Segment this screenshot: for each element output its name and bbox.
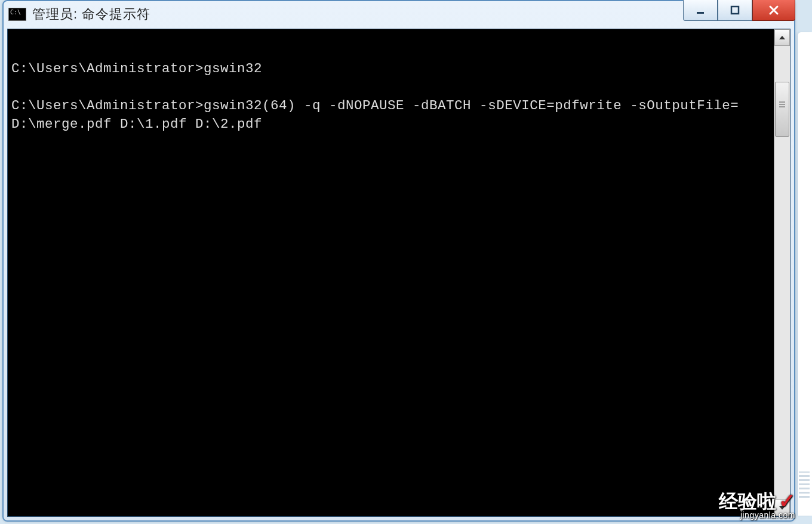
svg-rect-0 (697, 12, 704, 14)
scroll-up-button[interactable] (774, 29, 790, 46)
cmd-app-icon (8, 8, 26, 21)
window-titlebar[interactable]: 管理员: 命令提示符 (4, 1, 794, 27)
watermark-check-icon: ✓ (779, 489, 795, 512)
scrollbar-thumb[interactable] (775, 82, 789, 137)
maximize-button[interactable] (718, 0, 752, 21)
close-button[interactable] (752, 0, 795, 21)
watermark-sub: jingyanla.com (719, 511, 795, 519)
terminal-client-area: C:\Users\Administrator>gswin32 C:\Users\… (7, 29, 791, 517)
background-page-edge (797, 32, 812, 516)
minimize-button[interactable] (683, 0, 718, 21)
watermark-main: 经验啦 (719, 491, 776, 512)
watermark: 经验啦✓ jingyanla.com (719, 491, 795, 519)
command-prompt-window: 管理员: 命令提示符 C:\Users\Administrator>gswin3… (2, 0, 795, 522)
window-controls (683, 0, 795, 21)
svg-rect-1 (731, 7, 739, 14)
resize-grip-icon (799, 471, 810, 498)
terminal-output[interactable]: C:\Users\Administrator>gswin32 C:\Users\… (8, 43, 774, 503)
scrollbar-track[interactable] (774, 46, 790, 500)
window-title: 管理员: 命令提示符 (32, 5, 150, 23)
vertical-scrollbar[interactable] (774, 29, 790, 516)
